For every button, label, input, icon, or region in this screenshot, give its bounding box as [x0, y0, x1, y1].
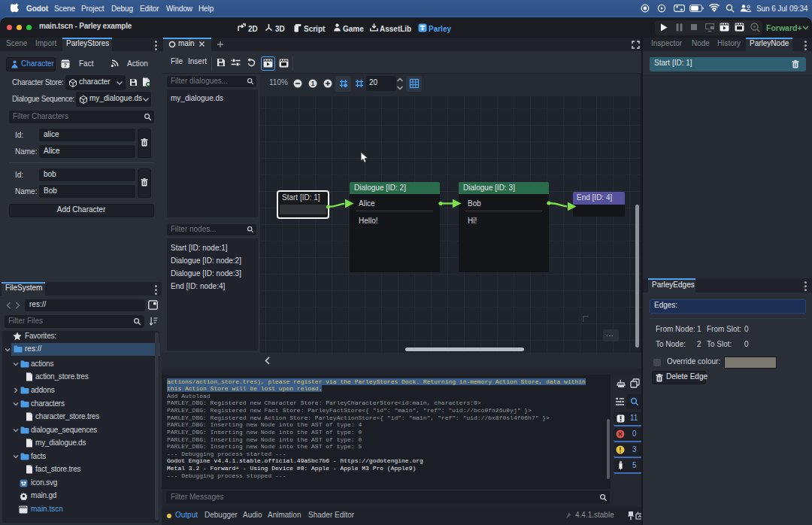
svg-text:?: ?: [64, 62, 67, 68]
